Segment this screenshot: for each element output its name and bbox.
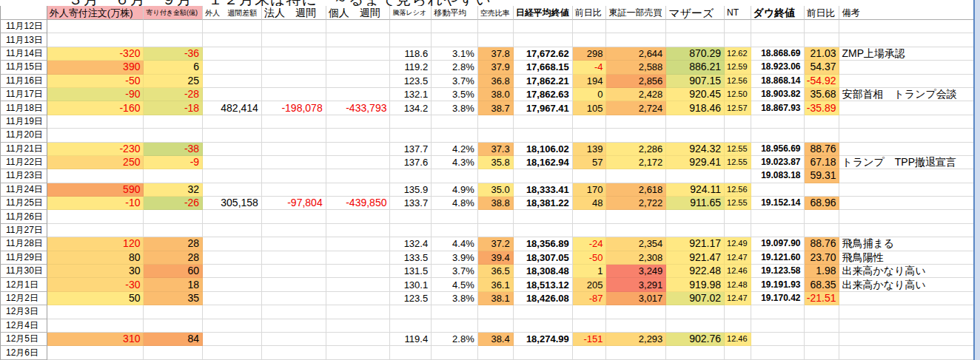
cell-m[interactable]: 911.65 xyxy=(666,197,725,210)
cell-j[interactable] xyxy=(514,319,573,333)
cell-i[interactable]: 38.0 xyxy=(478,88,514,101)
cell-p[interactable] xyxy=(805,20,840,33)
cell-i[interactable] xyxy=(478,210,514,223)
cell-p[interactable] xyxy=(805,115,840,129)
cell-i[interactable]: 38.8 xyxy=(478,197,514,210)
cell-n[interactable] xyxy=(725,129,751,142)
cell-h[interactable] xyxy=(432,305,478,319)
cell-o[interactable]: 18.868.69 xyxy=(751,47,805,61)
cell-o[interactable]: 19.170.42 xyxy=(751,292,805,305)
column-header-g[interactable]: 騰落レシオ xyxy=(390,6,432,20)
cell-m[interactable]: 870.29 xyxy=(666,47,725,61)
cell-c[interactable] xyxy=(144,224,203,237)
cell-o[interactable]: 18.956.69 xyxy=(751,143,805,156)
cell-f[interactable] xyxy=(326,319,391,333)
cell-f[interactable] xyxy=(326,33,391,47)
cell-k[interactable]: 0 xyxy=(573,88,607,101)
column-header-o[interactable]: ダウ終値 xyxy=(751,6,805,20)
cell-g[interactable] xyxy=(390,169,432,183)
cell-g[interactable] xyxy=(390,210,432,223)
cell-i[interactable]: 37.9 xyxy=(478,61,514,74)
cell-o[interactable] xyxy=(751,319,805,333)
cell-m[interactable]: 921.17 xyxy=(666,237,725,251)
cell-f[interactable]: -433,793 xyxy=(326,101,391,115)
cell-f[interactable] xyxy=(326,129,391,142)
cell-h[interactable] xyxy=(432,169,478,183)
cell-g[interactable] xyxy=(390,20,432,33)
cell-e[interactable] xyxy=(262,156,326,169)
cell-k[interactable] xyxy=(573,129,607,142)
cell-d[interactable] xyxy=(203,115,262,129)
cell-k[interactable] xyxy=(573,224,607,237)
cell-d[interactable] xyxy=(203,278,262,291)
cell-c[interactable] xyxy=(144,305,203,319)
cell-g[interactable]: 119.4 xyxy=(390,333,432,346)
cell-c[interactable] xyxy=(144,210,203,223)
cell-b[interactable] xyxy=(47,319,144,333)
cell-n[interactable]: 12.49 xyxy=(725,237,751,251)
cell-p[interactable]: 35.68 xyxy=(805,88,840,101)
row-date[interactable]: 11月27日 xyxy=(0,224,47,237)
cell-p[interactable] xyxy=(805,224,840,237)
row-date[interactable]: 11月15日 xyxy=(0,61,47,74)
cell-c[interactable] xyxy=(144,115,203,129)
cell-l[interactable] xyxy=(606,210,666,223)
row-date[interactable]: 12月5日 xyxy=(0,333,47,346)
cell-b[interactable]: -30 xyxy=(47,278,144,291)
cell-i[interactable]: 38.1 xyxy=(478,292,514,305)
cell-l[interactable]: 2,644 xyxy=(606,47,666,61)
cell-j[interactable]: 18,333.41 xyxy=(514,183,573,197)
cell-j[interactable]: 17,668.15 xyxy=(514,61,573,74)
cell-i[interactable]: 35.0 xyxy=(478,183,514,197)
cell-b[interactable] xyxy=(47,129,144,142)
cell-e[interactable] xyxy=(262,169,326,183)
cell-p[interactable] xyxy=(805,33,840,47)
cell-p[interactable]: 21.03 xyxy=(805,47,840,61)
column-header-c[interactable]: 寄り付き金額(億) xyxy=(144,6,203,20)
cell-g[interactable]: 130.1 xyxy=(390,278,432,291)
cell-q[interactable] xyxy=(839,129,980,142)
cell-g[interactable]: 135.9 xyxy=(390,183,432,197)
cell-k[interactable]: 105 xyxy=(573,101,607,115)
row-date[interactable]: 12月4日 xyxy=(0,319,47,333)
cell-l[interactable]: 2,172 xyxy=(606,156,666,169)
cell-d[interactable] xyxy=(203,88,262,101)
cell-i[interactable]: 36.8 xyxy=(478,75,514,88)
cell-k[interactable]: 205 xyxy=(573,278,607,291)
cell-d[interactable] xyxy=(203,61,262,74)
cell-c[interactable]: 28 xyxy=(144,237,203,251)
cell-p[interactable]: 68.96 xyxy=(805,197,840,210)
cell-f[interactable] xyxy=(326,251,391,265)
column-header-i[interactable]: 空売比率 xyxy=(478,6,514,20)
cell-g[interactable]: 137.7 xyxy=(390,143,432,156)
cell-o[interactable] xyxy=(751,224,805,237)
cell-j[interactable] xyxy=(514,346,573,359)
cell-f[interactable] xyxy=(326,47,391,61)
cell-k[interactable] xyxy=(573,115,607,129)
cell-p[interactable]: 68.35 xyxy=(805,278,840,291)
cell-c[interactable]: -26 xyxy=(144,197,203,210)
cell-c[interactable]: -28 xyxy=(144,88,203,101)
cell-q[interactable] xyxy=(839,143,980,156)
cell-b[interactable] xyxy=(47,115,144,129)
cell-c[interactable]: 84 xyxy=(144,333,203,346)
cell-d[interactable] xyxy=(203,305,262,319)
cell-f[interactable] xyxy=(326,333,391,346)
cell-h[interactable] xyxy=(432,210,478,223)
cell-e[interactable] xyxy=(262,88,326,101)
cell-p[interactable] xyxy=(805,333,840,346)
cell-c[interactable]: 32 xyxy=(144,183,203,197)
column-header-d[interactable]: 外人 週間差額 xyxy=(203,6,262,20)
cell-c[interactable] xyxy=(144,33,203,47)
column-header-q[interactable]: 備考 xyxy=(839,6,980,20)
cell-l[interactable]: 2,856 xyxy=(606,75,666,88)
cell-h[interactable]: 3.5% xyxy=(432,88,478,101)
cell-h[interactable] xyxy=(432,33,478,47)
cell-q[interactable] xyxy=(839,75,980,88)
cell-c[interactable]: 18 xyxy=(144,278,203,291)
cell-d[interactable] xyxy=(203,47,262,61)
cell-m[interactable] xyxy=(666,224,725,237)
cell-j[interactable]: 18,381.22 xyxy=(514,197,573,210)
cell-m[interactable] xyxy=(666,33,725,47)
cell-c[interactable]: 28 xyxy=(144,251,203,265)
